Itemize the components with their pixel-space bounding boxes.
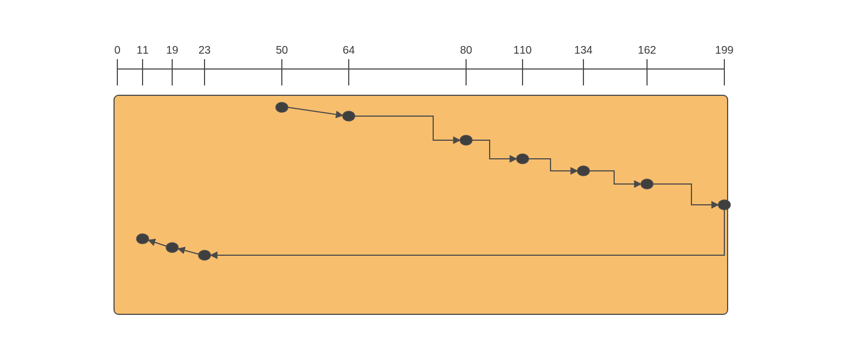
tick-label-50: 50: [276, 44, 288, 56]
tick-label-64: 64: [343, 44, 355, 56]
track-node-80: [460, 135, 472, 145]
tick-label-0: 0: [114, 44, 120, 56]
scan-panel: [114, 95, 728, 314]
tick-label-162: 162: [638, 44, 656, 56]
tick-label-19: 19: [166, 44, 178, 56]
track-node-110: [517, 154, 529, 164]
tick-label-134: 134: [574, 44, 592, 56]
tick-label-23: 23: [198, 44, 211, 56]
track-axis: 0111923506480110134162199: [114, 44, 733, 85]
track-node-134: [577, 166, 589, 176]
tick-label-199: 199: [715, 44, 733, 56]
track-node-199: [718, 200, 730, 210]
tick-label-110: 110: [513, 44, 531, 56]
track-node-64: [343, 111, 355, 121]
disk-scheduling-diagram: 0111923506480110134162199: [0, 0, 868, 339]
track-node-19: [166, 243, 178, 252]
track-node-162: [641, 179, 653, 189]
track-node-23: [198, 250, 211, 260]
track-node-11: [137, 234, 149, 244]
track-node-50: [276, 102, 288, 112]
tick-label-11: 11: [137, 44, 149, 56]
tick-label-80: 80: [460, 44, 472, 56]
